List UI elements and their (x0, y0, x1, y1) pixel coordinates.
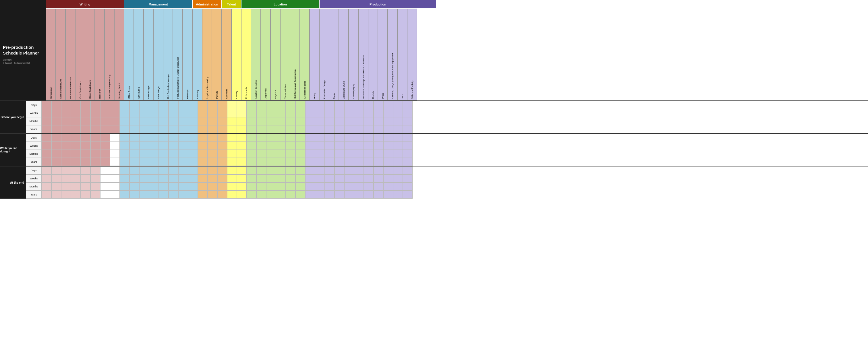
cell-while_youre_doing_it-months-final_budget[interactable] (149, 150, 159, 158)
cell-while_youre_doing_it-years-previz_storyboarding[interactable] (100, 158, 110, 166)
cell-while_youre_doing_it-years-first_ad[interactable] (168, 158, 178, 166)
cell-before_you_begin-years-approvals[interactable] (256, 125, 266, 133)
cell-while_youre_doing_it-days-shooting_script[interactable] (110, 134, 120, 142)
cell-while_youre_doing_it-weeks-previz_storyboarding[interactable] (100, 142, 110, 150)
cell-while_youre_doing_it-weeks-screenplay[interactable] (42, 142, 52, 150)
cell-while_youre_doing_it-weeks-scene_breakdowns[interactable] (52, 142, 61, 150)
cell-before_you_begin-days-production_design[interactable] (315, 101, 325, 109)
cell-while_youre_doing_it-days-camera_grip[interactable] (383, 134, 393, 142)
cell-before_you_begin-weeks-first_ad[interactable] (168, 109, 178, 117)
cell-while_youre_doing_it-weeks-initial_budget[interactable] (139, 142, 149, 150)
cell-while_youre_doing_it-days-casting[interactable] (227, 134, 237, 142)
cell-before_you_begin-days-logistics[interactable] (266, 101, 276, 109)
cell-at_the_end-months-logistics[interactable] (266, 183, 276, 191)
cell-while_youre_doing_it-months-electrical_rigging[interactable] (296, 150, 305, 158)
cell-while_youre_doing_it-years-office_setup[interactable] (120, 158, 129, 166)
cell-at_the_end-weeks-location_breakdowns[interactable] (61, 175, 71, 183)
cell-before_you_begin-months-scene_breakdowns[interactable] (52, 117, 61, 125)
cell-while_youre_doing_it-weeks-electrical_rigging[interactable] (296, 142, 305, 150)
cell-while_youre_doing_it-months-research[interactable] (90, 150, 100, 158)
cell-before_you_begin-months-permits[interactable] (208, 117, 217, 125)
cell-before_you_begin-weeks-other_breakdowns[interactable] (81, 109, 90, 117)
cell-before_you_begin-years-location_scouting[interactable] (247, 125, 256, 133)
cell-at_the_end-days-transportation[interactable] (276, 166, 286, 175)
cell-at_the_end-months-stills_publicity[interactable] (403, 183, 413, 191)
cell-while_youre_doing_it-weeks-office_setup[interactable] (120, 142, 129, 150)
cell-at_the_end-days-meetings[interactable] (178, 166, 188, 175)
cell-before_you_begin-days-camera_grip[interactable] (383, 101, 393, 109)
cell-before_you_begin-years-logistics[interactable] (266, 125, 276, 133)
cell-while_youre_doing_it-months-cast_breakdowns[interactable] (71, 150, 81, 158)
cell-at_the_end-days-casting[interactable] (227, 166, 237, 175)
cell-before_you_begin-years-action_stunts[interactable] (335, 125, 344, 133)
cell-while_youre_doing_it-weeks-action_stunts[interactable] (335, 142, 344, 150)
cell-at_the_end-weeks-screenplay[interactable] (42, 175, 52, 183)
cell-while_youre_doing_it-days-rehearsals[interactable] (237, 134, 247, 142)
cell-before_you_begin-days-final_budget[interactable] (149, 101, 159, 109)
cell-before_you_begin-weeks-contracts[interactable] (217, 109, 227, 117)
cell-before_you_begin-months-other_breakdowns[interactable] (81, 117, 90, 125)
cell-at_the_end-days-location_breakdowns[interactable] (61, 166, 71, 175)
cell-at_the_end-weeks-music[interactable] (325, 175, 335, 183)
cell-before_you_begin-days-props[interactable] (374, 101, 383, 109)
cell-before_you_begin-months-camera_grip[interactable] (383, 117, 393, 125)
cell-while_youre_doing_it-years-scheduling[interactable] (129, 158, 139, 166)
cell-at_the_end-days-music[interactable] (325, 166, 335, 175)
cell-before_you_begin-weeks-music[interactable] (325, 109, 335, 117)
cell-while_youre_doing_it-months-production_design[interactable] (315, 150, 325, 158)
cell-at_the_end-years-camera_grip[interactable] (383, 191, 393, 199)
cell-at_the_end-months-action_stunts[interactable] (335, 183, 344, 191)
cell-while_youre_doing_it-weeks-unit_production_manager[interactable] (159, 142, 168, 150)
cell-while_youre_doing_it-days-electrical_rigging[interactable] (296, 134, 305, 142)
cell-before_you_begin-years-cast_breakdowns[interactable] (71, 125, 81, 133)
cell-before_you_begin-days-casting[interactable] (227, 101, 237, 109)
cell-before_you_begin-weeks-choreography[interactable] (344, 109, 354, 117)
cell-at_the_end-years-cast_breakdowns[interactable] (71, 191, 81, 199)
cell-while_youre_doing_it-weeks-legal_accounting[interactable] (198, 142, 208, 150)
cell-before_you_begin-days-rehearsals[interactable] (237, 101, 247, 109)
cell-at_the_end-years-other_breakdowns[interactable] (81, 191, 90, 199)
cell-while_youre_doing_it-days-office_setup[interactable] (120, 134, 129, 142)
cell-at_the_end-weeks-production_design[interactable] (315, 175, 325, 183)
cell-while_youre_doing_it-weeks-hiring[interactable] (305, 142, 315, 150)
cell-while_youre_doing_it-months-contracts[interactable] (217, 150, 227, 158)
cell-at_the_end-months-first_ad[interactable] (168, 183, 178, 191)
cell-at_the_end-years-approvals[interactable] (256, 191, 266, 199)
cell-while_youre_doing_it-years-choreography[interactable] (344, 158, 354, 166)
cell-at_the_end-weeks-wardrobe[interactable] (354, 175, 364, 183)
cell-at_the_end-weeks-set_design[interactable] (286, 175, 296, 183)
cell-while_youre_doing_it-years-stills_publicity[interactable] (403, 158, 413, 166)
cell-before_you_begin-months-casting[interactable] (227, 117, 237, 125)
cell-before_you_begin-days-stills_publicity[interactable] (403, 101, 413, 109)
cell-at_the_end-months-legal_accounting[interactable] (198, 183, 208, 191)
cell-before_you_begin-months-logistics[interactable] (266, 117, 276, 125)
cell-at_the_end-weeks-legal_accounting[interactable] (198, 175, 208, 183)
cell-before_you_begin-years-research[interactable] (90, 125, 100, 133)
cell-while_youre_doing_it-months-camera_grip[interactable] (383, 150, 393, 158)
cell-at_the_end-days-legal_accounting[interactable] (198, 166, 208, 175)
cell-before_you_begin-days-wardrobe[interactable] (354, 101, 364, 109)
cell-at_the_end-weeks-scheduling[interactable] (129, 175, 139, 183)
cell-before_you_begin-years-catering[interactable] (188, 125, 198, 133)
cell-while_youre_doing_it-months-scene_breakdowns[interactable] (52, 150, 61, 158)
cell-while_youre_doing_it-weeks-scheduling[interactable] (129, 142, 139, 150)
cell-while_youre_doing_it-days-catering[interactable] (188, 134, 198, 142)
cell-while_youre_doing_it-months-approvals[interactable] (256, 150, 266, 158)
cell-at_the_end-months-scene_breakdowns[interactable] (52, 183, 61, 191)
cell-at_the_end-weeks-action_stunts[interactable] (335, 175, 344, 183)
cell-at_the_end-days-vfx[interactable] (393, 166, 403, 175)
cell-while_youre_doing_it-days-approvals[interactable] (256, 134, 266, 142)
cell-at_the_end-weeks-casting[interactable] (227, 175, 237, 183)
cell-while_youre_doing_it-days-screenplay[interactable] (42, 134, 52, 142)
cell-before_you_begin-days-location_scouting[interactable] (247, 101, 256, 109)
cell-while_youre_doing_it-years-shooting_script[interactable] (110, 158, 120, 166)
cell-while_youre_doing_it-years-unit_production_manager[interactable] (159, 158, 168, 166)
cell-before_you_begin-months-cast_breakdowns[interactable] (71, 117, 81, 125)
cell-before_you_begin-months-hiring[interactable] (305, 117, 315, 125)
cell-before_you_begin-years-camera_grip[interactable] (383, 125, 393, 133)
cell-while_youre_doing_it-days-location_scouting[interactable] (247, 134, 256, 142)
cell-while_youre_doing_it-years-location_breakdowns[interactable] (61, 158, 71, 166)
cell-before_you_begin-days-other_breakdowns[interactable] (81, 101, 90, 109)
cell-while_youre_doing_it-years-camera_grip[interactable] (383, 158, 393, 166)
cell-before_you_begin-months-shooting_script[interactable] (110, 117, 120, 125)
